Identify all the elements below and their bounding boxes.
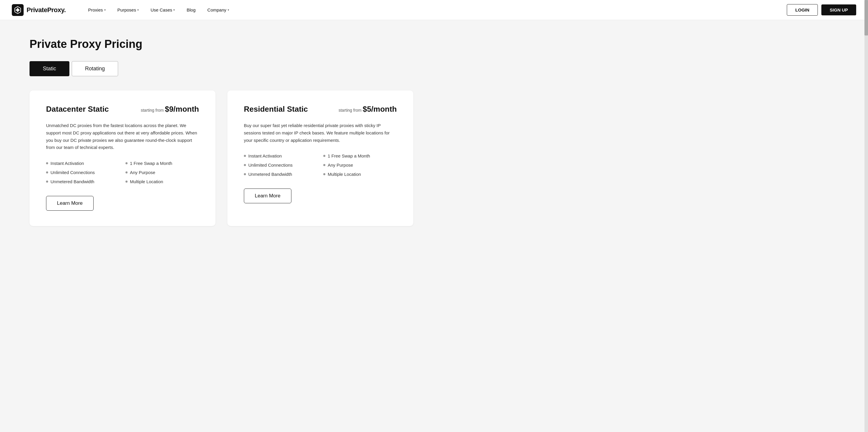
price-area: starting from $5/month xyxy=(339,105,397,114)
card-title: Datacenter Static xyxy=(46,105,108,114)
list-item: Multiple Location xyxy=(323,172,397,177)
svg-point-1 xyxy=(16,8,19,11)
list-item: Instant Activation xyxy=(46,161,120,166)
bullet-icon xyxy=(46,171,48,173)
list-item: Unlimited Connections xyxy=(46,170,120,175)
chevron-down-icon: ▾ xyxy=(228,8,229,11)
nav-blog[interactable]: Blog xyxy=(182,5,200,15)
residential-learn-more-button[interactable]: Learn More xyxy=(244,189,291,203)
pricing-toggle: Static Rotating xyxy=(30,61,413,76)
list-item: Multiple Location xyxy=(125,179,199,184)
page-title: Private Proxy Pricing xyxy=(30,38,413,51)
bullet-icon xyxy=(323,155,326,157)
features-list: Instant Activation 1 Free Swap a Month U… xyxy=(46,161,199,184)
logo-text: PrivateProxy. xyxy=(27,6,66,14)
list-item: Instant Activation xyxy=(244,153,317,159)
chevron-down-icon: ▾ xyxy=(137,8,139,11)
header-actions: LOGIN SIGN UP xyxy=(787,4,856,16)
bullet-icon xyxy=(323,164,326,166)
chevron-down-icon: ▾ xyxy=(104,8,106,11)
card-title: Residential Static xyxy=(244,105,308,114)
scrollbar-thumb[interactable] xyxy=(864,0,868,35)
card-header: Datacenter Static starting from $9/month xyxy=(46,105,199,114)
datacenter-static-card: Datacenter Static starting from $9/month… xyxy=(30,90,216,226)
list-item: Unlimited Connections xyxy=(244,163,317,168)
bullet-icon xyxy=(46,162,48,164)
toggle-static[interactable]: Static xyxy=(30,61,69,76)
list-item: Any Purpose xyxy=(125,170,199,175)
residential-static-card: Residential Static starting from $5/mont… xyxy=(227,90,413,226)
login-button[interactable]: LOGIN xyxy=(787,4,818,16)
logo[interactable]: PrivateProxy. xyxy=(12,4,66,16)
datacenter-learn-more-button[interactable]: Learn More xyxy=(46,196,94,211)
features-list: Instant Activation 1 Free Swap a Month U… xyxy=(244,153,397,177)
bullet-icon xyxy=(125,171,128,173)
signup-button[interactable]: SIGN UP xyxy=(822,4,856,16)
list-item: Any Purpose xyxy=(323,163,397,168)
header: PrivateProxy. Proxies ▾ Purposes ▾ Use C… xyxy=(0,0,868,20)
bullet-icon xyxy=(125,162,128,164)
bullet-icon xyxy=(244,173,246,175)
nav-proxies[interactable]: Proxies ▾ xyxy=(84,5,111,15)
bullet-icon xyxy=(125,180,128,182)
card-description: Unmatched DC proxies from the fastest lo… xyxy=(46,122,199,151)
chevron-down-icon: ▾ xyxy=(173,8,175,11)
logo-icon xyxy=(12,4,24,16)
bullet-icon xyxy=(244,164,246,166)
list-item: Unmetered Bandwidth xyxy=(244,172,317,177)
price-area: starting from $9/month xyxy=(141,105,199,114)
bullet-icon xyxy=(244,155,246,157)
list-item: 1 Free Swap a Month xyxy=(125,161,199,166)
main-nav: Proxies ▾ Purposes ▾ Use Cases ▾ Blog Co… xyxy=(84,5,787,15)
bullet-icon xyxy=(46,180,48,182)
card-header: Residential Static starting from $5/mont… xyxy=(244,105,397,114)
list-item: Unmetered Bandwidth xyxy=(46,179,120,184)
list-item: 1 Free Swap a Month xyxy=(323,153,397,159)
scrollbar-track[interactable] xyxy=(864,0,868,250)
bullet-icon xyxy=(323,173,326,175)
card-description: Buy our super fast yet reliable resident… xyxy=(244,122,397,144)
nav-purposes[interactable]: Purposes ▾ xyxy=(113,5,144,15)
nav-use-cases[interactable]: Use Cases ▾ xyxy=(146,5,180,15)
nav-company[interactable]: Company ▾ xyxy=(203,5,234,15)
pricing-cards: Datacenter Static starting from $9/month… xyxy=(30,90,413,226)
main-content: Private Proxy Pricing Static Rotating Da… xyxy=(0,20,443,250)
toggle-rotating[interactable]: Rotating xyxy=(72,61,118,76)
